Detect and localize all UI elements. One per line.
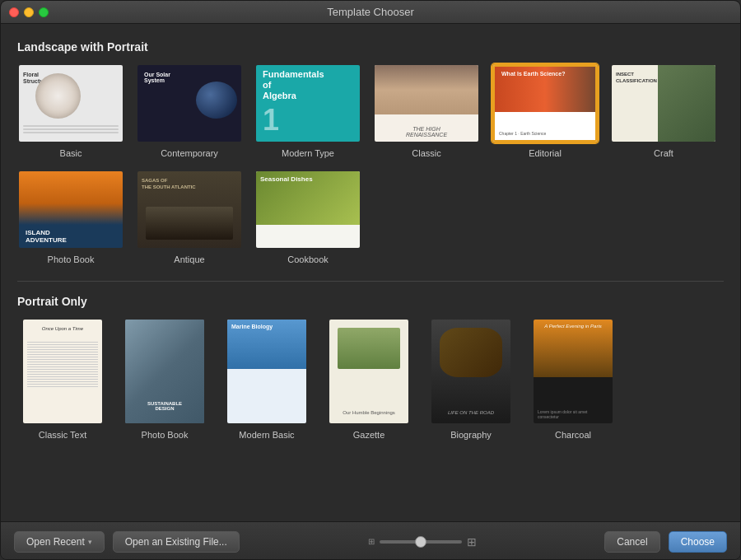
template-classic-text-thumb[interactable]: Once Upon a Time — [21, 318, 104, 425]
template-charcoal-thumb[interactable]: A Perfect Evening in Paris Lorem ipsum d… — [532, 318, 614, 425]
portrait-section-header: Portrait Only — [17, 295, 724, 308]
portrait-photobook-thumb-text: SUSTAINABLEDESIGN — [129, 401, 200, 411]
template-gazette-thumb[interactable]: Our Humble Beginnings — [328, 318, 410, 425]
template-modern-basic[interactable]: Marine Biology Modern Basic — [221, 318, 312, 440]
template-modern-basic-thumb[interactable]: Marine Biology — [226, 318, 308, 425]
minimize-button[interactable] — [24, 7, 34, 17]
main-content: Landscape with Portrait FloralStructures… — [1, 24, 740, 521]
antique-thumb-ship — [146, 207, 233, 240]
editorial-thumb-text: Chapter 1 · Earth Science — [499, 131, 591, 136]
template-antique-thumb[interactable]: SAGAS OFTHE SOUTH ATLANTIC — [136, 170, 243, 250]
template-craft-thumb[interactable]: INSECTCLASSIFICATION — [610, 63, 717, 143]
template-portrait-photo-book-label: Photo Book — [142, 430, 189, 440]
bottom-bar: Open Recent ▾ Open an Existing File... ⊞… — [1, 521, 740, 560]
template-modern-basic-label: Modern Basic — [239, 430, 294, 440]
slider-large-icon: ⊞ — [467, 535, 477, 548]
window-title: Template Chooser — [327, 6, 414, 18]
template-classic-label: Classic — [412, 148, 440, 158]
gazette-thumb-img — [338, 328, 400, 369]
choose-label: Choose — [681, 536, 715, 548]
template-photo-book-thumb[interactable]: ISLANDADVENTURE — [17, 170, 124, 250]
template-photo-book[interactable]: ISLANDADVENTURE Photo Book — [17, 170, 124, 264]
template-basic[interactable]: FloralStructures Basic — [17, 63, 124, 158]
template-antique[interactable]: SAGAS OFTHE SOUTH ATLANTIC Antique — [136, 170, 243, 264]
template-editorial[interactable]: What Is Earth Science? Chapter 1 · Earth… — [492, 63, 599, 158]
slider-small-icon: ⊞ — [368, 537, 375, 546]
maximize-button[interactable] — [39, 7, 49, 17]
template-gazette[interactable]: Our Humble Beginnings Gazette — [324, 318, 414, 440]
template-biography[interactable]: LIFE ON THE ROAD Biography — [426, 318, 516, 440]
antique-thumb-title: SAGAS OFTHE SOUTH ATLANTIC — [142, 178, 196, 191]
template-craft[interactable]: INSECTCLASSIFICATION Craft — [610, 63, 717, 158]
template-photo-book-label: Photo Book — [48, 254, 95, 264]
editorial-thumb-title: What Is Earth Science? — [501, 71, 565, 77]
cancel-label: Cancel — [617, 536, 647, 548]
slider-area: ⊞ ⊞ — [368, 535, 477, 548]
open-recent-chevron-icon: ▾ — [88, 538, 92, 546]
template-modern-type-thumb[interactable]: FundamentalsofAlgebra 1 — [254, 63, 361, 143]
template-modern-type[interactable]: FundamentalsofAlgebra 1 Modern Type — [254, 63, 361, 158]
contemporary-thumb-title: Our SolarSystem — [144, 72, 170, 83]
craft-thumb-img — [658, 65, 715, 142]
charcoal-thumb-title: A Perfect Evening in Paris — [538, 324, 608, 329]
cancel-button[interactable]: Cancel — [604, 531, 659, 553]
template-classic-thumb[interactable]: THE HIGHRENAISSANCE — [373, 63, 480, 143]
template-biography-thumb[interactable]: LIFE ON THE ROAD — [430, 318, 512, 425]
biography-thumb-guitar — [440, 328, 502, 377]
open-existing-button[interactable]: Open an Existing File... — [113, 531, 240, 553]
template-basic-thumb[interactable]: FloralStructures — [17, 63, 124, 143]
moderntype-thumb-num: 1 — [263, 103, 279, 138]
open-recent-label: Open Recent — [26, 536, 85, 548]
classic-thumb-img — [375, 65, 478, 114]
photobook-thumb-img — [19, 171, 123, 225]
template-classic-text[interactable]: Once Upon a Time Classic T — [17, 318, 108, 440]
template-contemporary-thumb[interactable]: Our SolarSystem — [136, 63, 243, 143]
craft-thumb-title: INSECTCLASSIFICATION — [616, 72, 657, 85]
template-portrait-photo-book-thumb[interactable]: SUSTAINABLEDESIGN — [124, 318, 206, 425]
template-cookbook-thumb[interactable]: Seasonal Dishes — [254, 170, 361, 250]
section-divider — [17, 281, 724, 282]
classictext-thumb-lines — [27, 340, 98, 419]
cookbook-thumb-title: Seasonal Dishes — [260, 175, 313, 183]
biography-thumb-text: LIFE ON THE ROAD — [436, 410, 506, 415]
template-editorial-thumb[interactable]: What Is Earth Science? Chapter 1 · Earth… — [492, 63, 599, 143]
modernbasic-thumb-title: Marine Biology — [231, 324, 273, 329]
template-editorial-label: Editorial — [529, 148, 562, 158]
photobook-thumb-text: ISLANDADVENTURE — [26, 229, 67, 244]
traffic-lights — [9, 7, 49, 17]
template-classic-text-label: Classic Text — [39, 430, 86, 440]
landscape-template-grid: FloralStructures Basic Our SolarSystem C… — [17, 63, 724, 264]
basic-thumb-lines — [23, 124, 119, 135]
landscape-section-header: Landscape with Portrait — [17, 40, 724, 54]
open-recent-button[interactable]: Open Recent ▾ — [14, 531, 105, 553]
template-contemporary-label: Contemporary — [161, 148, 218, 158]
close-button[interactable] — [9, 7, 19, 17]
portrait-template-grid: Once Upon a Time Classic T — [17, 318, 724, 440]
template-craft-label: Craft — [654, 148, 673, 158]
charcoal-thumb-text: Lorem ipsum dolor sit amet consectetur — [538, 409, 608, 419]
template-basic-label: Basic — [60, 148, 82, 158]
title-bar: Template Chooser — [1, 1, 740, 24]
template-modern-type-label: Modern Type — [282, 148, 334, 158]
classictext-thumb-title: Once Upon a Time — [27, 326, 98, 331]
basic-thumb-flower — [35, 73, 81, 119]
moderntype-thumb-title: FundamentalsofAlgebra — [263, 69, 324, 102]
classic-thumb-title: THE HIGHRENAISSANCE — [375, 126, 478, 138]
template-antique-label: Antique — [174, 254, 204, 264]
template-cookbook[interactable]: Seasonal Dishes Cookbook — [254, 170, 361, 264]
gazette-thumb-title: Our Humble Beginnings — [333, 410, 404, 415]
template-charcoal[interactable]: A Perfect Evening in Paris Lorem ipsum d… — [528, 318, 618, 440]
template-portrait-photo-book[interactable]: SUSTAINABLEDESIGN Photo Book — [119, 318, 210, 440]
zoom-slider[interactable] — [380, 540, 462, 544]
open-existing-label: Open an Existing File... — [125, 536, 227, 548]
template-gazette-label: Gazette — [353, 430, 385, 440]
template-classic[interactable]: THE HIGHRENAISSANCE Classic — [373, 63, 480, 158]
contemporary-thumb-globe — [196, 82, 237, 119]
template-cookbook-label: Cookbook — [287, 254, 329, 264]
choose-button[interactable]: Choose — [669, 531, 727, 553]
template-biography-label: Biography — [450, 430, 492, 440]
template-contemporary[interactable]: Our SolarSystem Contemporary — [136, 63, 243, 158]
template-charcoal-label: Charcoal — [555, 430, 591, 440]
